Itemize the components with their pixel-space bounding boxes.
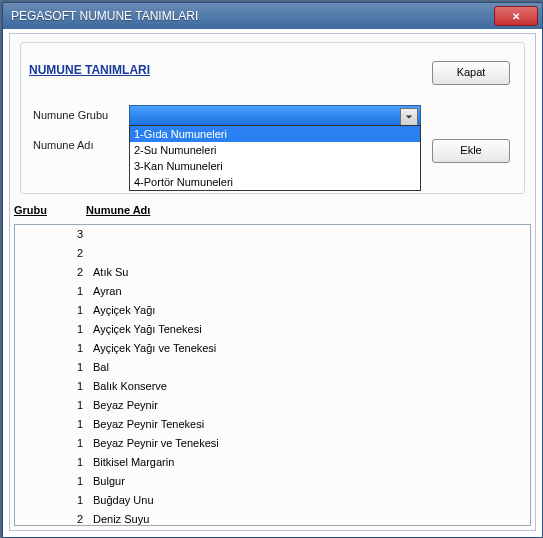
section-title: NUMUNE TANIMLARI xyxy=(29,63,150,77)
table-row[interactable]: 1Bulgur xyxy=(15,472,530,491)
header-numune-adi: Numune Adı xyxy=(84,204,150,216)
cell-grubu: 1 xyxy=(15,358,89,377)
chevron-down-icon[interactable] xyxy=(400,108,418,126)
cell-grubu: 1 xyxy=(15,320,89,339)
cell-grubu: 1 xyxy=(15,377,89,396)
cell-numune-adi: Ayran xyxy=(89,282,530,301)
table-row[interactable]: 1Ayçiçek Yağı xyxy=(15,301,530,320)
label-numune-grubu: Numune Grubu xyxy=(33,109,108,121)
table-row[interactable]: 1Ayçiçek Yağı Tenekesi xyxy=(15,320,530,339)
cell-numune-adi: Beyaz Peynir ve Tenekesi xyxy=(89,434,530,453)
cell-numune-adi: Bulgur xyxy=(89,472,530,491)
window-title: PEGASOFT NUMUNE TANIMLARI xyxy=(11,9,198,23)
cell-grubu: 1 xyxy=(15,339,89,358)
table-row[interactable]: 1Beyaz Peynir Tenekesi xyxy=(15,415,530,434)
cell-numune-adi: Beyaz Peynir xyxy=(89,396,530,415)
table-row[interactable]: 1Beyaz Peynir xyxy=(15,396,530,415)
cell-grubu: 1 xyxy=(15,282,89,301)
dropdown-option[interactable]: 2-Su Numuneleri xyxy=(130,142,420,158)
cell-numune-adi: Deniz Suyu xyxy=(89,510,530,525)
window-close-button[interactable]: ✕ xyxy=(494,6,538,26)
cell-numune-adi: Bal xyxy=(89,358,530,377)
cell-numune-adi: Ayçiçek Yağı xyxy=(89,301,530,320)
cell-numune-adi: Bitkisel Margarin xyxy=(89,453,530,472)
cell-numune-adi: Balık Konserve xyxy=(89,377,530,396)
table-row[interactable]: 3 xyxy=(15,225,530,244)
label-numune-adi: Numune Adı xyxy=(33,139,94,151)
cell-grubu: 1 xyxy=(15,396,89,415)
cell-grubu: 2 xyxy=(15,263,89,282)
client-area: NUMUNE TANIMLARI Kapat Numune Grubu Numu… xyxy=(9,33,536,531)
cell-numune-adi: Ayçiçek Yağı ve Tenekesi xyxy=(89,339,530,358)
header-grubu: Grubu xyxy=(10,204,84,216)
table-row[interactable]: 2Deniz Suyu xyxy=(15,510,530,525)
window: PEGASOFT NUMUNE TANIMLARI ✕ NUMUNE TANIM… xyxy=(2,2,543,538)
form-group: NUMUNE TANIMLARI Kapat Numune Grubu Numu… xyxy=(20,42,525,194)
cell-numune-adi: Atık Su xyxy=(89,263,530,282)
cell-grubu: 2 xyxy=(15,244,89,263)
add-button[interactable]: Ekle xyxy=(432,139,510,163)
table-row[interactable]: 1Beyaz Peynir ve Tenekesi xyxy=(15,434,530,453)
numune-grubu-combobox[interactable] xyxy=(129,105,421,127)
close-button[interactable]: Kapat xyxy=(432,61,510,85)
dropdown-option[interactable]: 1-Gıda Numuneleri xyxy=(130,126,420,142)
table-row[interactable]: 1Bal xyxy=(15,358,530,377)
cell-grubu: 1 xyxy=(15,301,89,320)
cell-grubu: 1 xyxy=(15,491,89,510)
cell-grubu: 2 xyxy=(15,510,89,525)
cell-numune-adi xyxy=(89,225,530,244)
dropdown-option[interactable]: 3-Kan Numuneleri xyxy=(130,158,420,174)
cell-numune-adi xyxy=(89,244,530,263)
cell-grubu: 1 xyxy=(15,415,89,434)
grid[interactable]: 322Atık Su1Ayran1Ayçiçek Yağı1Ayçiçek Ya… xyxy=(15,225,530,525)
table-row[interactable]: 1Ayran xyxy=(15,282,530,301)
dropdown-option[interactable]: 4-Portör Numuneleri xyxy=(130,174,420,190)
table-row[interactable]: 1Bitkisel Margarin xyxy=(15,453,530,472)
cell-grubu: 3 xyxy=(15,225,89,244)
table-row[interactable]: 2Atık Su xyxy=(15,263,530,282)
cell-numune-adi: Ayçiçek Yağı Tenekesi xyxy=(89,320,530,339)
table-row[interactable]: 2 xyxy=(15,244,530,263)
grid-container: 322Atık Su1Ayran1Ayçiçek Yağı1Ayçiçek Ya… xyxy=(14,224,531,526)
close-icon: ✕ xyxy=(512,11,520,22)
table-row[interactable]: 1Ayçiçek Yağı ve Tenekesi xyxy=(15,339,530,358)
cell-grubu: 1 xyxy=(15,434,89,453)
titlebar[interactable]: PEGASOFT NUMUNE TANIMLARI ✕ xyxy=(3,3,542,29)
table-row[interactable]: 1Buğday Unu xyxy=(15,491,530,510)
numune-grubu-dropdown[interactable]: 1-Gıda Numuneleri2-Su Numuneleri3-Kan Nu… xyxy=(129,125,421,191)
cell-numune-adi: Beyaz Peynir Tenekesi xyxy=(89,415,530,434)
cell-grubu: 1 xyxy=(15,472,89,491)
grid-headers: Grubu Numune Adı xyxy=(10,204,150,216)
table-row[interactable]: 1Balık Konserve xyxy=(15,377,530,396)
cell-numune-adi: Buğday Unu xyxy=(89,491,530,510)
cell-grubu: 1 xyxy=(15,453,89,472)
